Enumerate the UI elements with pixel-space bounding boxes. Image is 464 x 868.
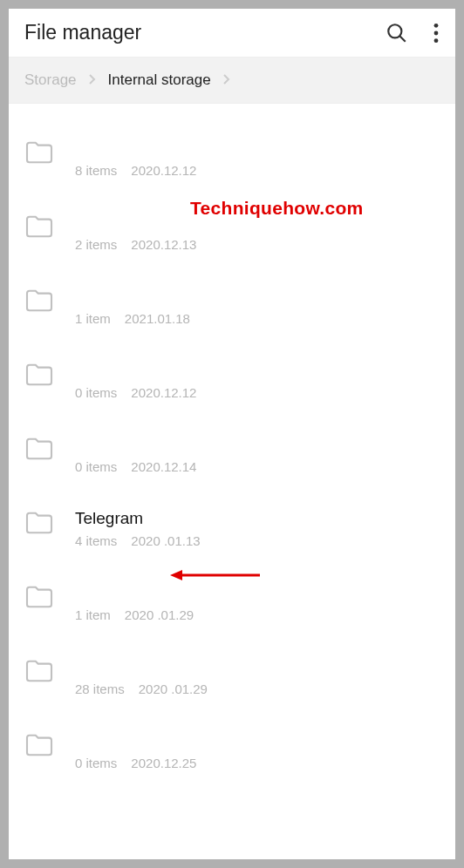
list-item[interactable]: supercache 0 items2020.12.14 (9, 426, 455, 500)
breadcrumb-root[interactable]: Storage (24, 71, 77, 89)
breadcrumb-current[interactable]: Internal storage (108, 71, 211, 89)
folder-icon (24, 287, 61, 316)
folder-meta: 2 items2020.12.13 (75, 237, 440, 252)
app-title: File manager (24, 21, 386, 44)
list-item[interactable]: SHAREit 8 items2020.12.12 (9, 130, 455, 204)
breadcrumb: Storage Internal storage (9, 57, 455, 104)
list-item[interactable]: storylogagency 1 item2021.01.18 (9, 278, 455, 352)
svg-point-3 (434, 31, 439, 35)
folder-meta: 0 items2020.12.12 (75, 385, 440, 400)
folder-icon (24, 361, 61, 390)
chevron-right-icon (223, 73, 230, 87)
svg-point-2 (434, 23, 439, 27)
folder-meta: 0 items2020.12.25 (75, 756, 440, 770)
folder-icon (24, 139, 61, 168)
chevron-right-icon (89, 73, 96, 87)
svg-marker-6 (170, 570, 182, 580)
folder-meta: 1 item2020 .01.29 (75, 607, 440, 622)
header-actions (386, 22, 440, 44)
folder-icon (24, 657, 61, 687)
svg-point-0 (388, 24, 401, 37)
folder-meta: 8 items2020.12.12 (75, 163, 440, 178)
list-item[interactable]: UCmusic 0 items2020.12.25 (9, 722, 455, 797)
folder-icon (24, 435, 61, 465)
svg-line-1 (399, 36, 406, 42)
more-icon[interactable] (433, 22, 440, 44)
folder-meta: 4 items2020 .01.13 (75, 533, 440, 548)
folder-icon (24, 509, 61, 539)
red-arrow-annotation (168, 566, 264, 587)
folder-name: Telegram (75, 509, 440, 528)
folder-meta: 0 items2020.12.14 (75, 459, 440, 474)
folder-icon (24, 583, 61, 613)
folder-meta: 1 item2021.01.18 (75, 311, 440, 326)
list-item-telegram[interactable]: Telegram 4 items2020 .01.13 (9, 500, 455, 574)
file-manager-screen: File manager Storage (9, 9, 455, 859)
search-icon[interactable] (386, 22, 408, 44)
header-bar: File manager (9, 9, 455, 57)
list-item[interactable]: UCDownloads 28 items2020 .01.29 (9, 648, 455, 722)
folder-icon (24, 731, 61, 761)
watermark-text: Techniquehow.com (190, 198, 363, 219)
list-item[interactable]: subtitles 0 items2020.12.12 (9, 352, 455, 426)
folder-icon (24, 213, 61, 242)
folder-meta: 28 items2020 .01.29 (75, 682, 440, 696)
svg-point-4 (434, 38, 439, 43)
